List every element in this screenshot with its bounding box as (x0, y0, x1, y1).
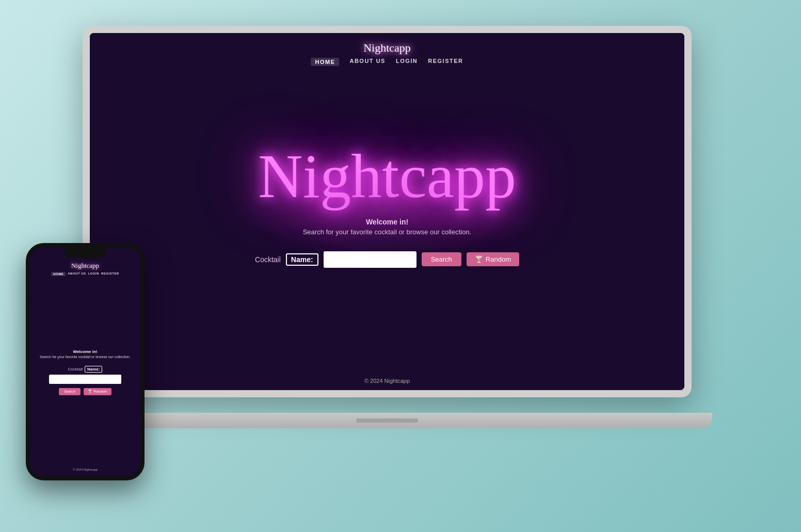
laptop-hero-title: Nightcapp (258, 146, 516, 207)
phone-screen: Nightcapp HOME ABOUT US LOGIN REGISTER W… (30, 247, 140, 476)
phone-footer: © 2024 Nightcapp (73, 468, 98, 476)
phone-search-input[interactable] (49, 375, 121, 384)
laptop-random-label: Random (486, 255, 511, 263)
phone-nav-home[interactable]: HOME (51, 272, 66, 276)
laptop-nav-logo[interactable]: Nightcapp (363, 41, 411, 55)
laptop-body: Nightcapp HOME ABOUT US LOGIN REGISTER N… (83, 26, 692, 397)
phone-search-row: Cocktail Name: Search 🍸 Random (40, 366, 131, 395)
phone-random-icon: 🍸 (88, 390, 92, 393)
laptop-nav: Nightcapp HOME ABOUT US LOGIN REGISTER (90, 33, 684, 66)
random-icon: 🍸 (475, 255, 483, 263)
phone-search-label-row: Cocktail Name: (68, 366, 103, 373)
phone-search-button[interactable]: Search (59, 388, 81, 395)
phone-random-button[interactable]: 🍸 Random (84, 388, 111, 395)
phone-subtitle: Welcome in! (73, 349, 98, 354)
laptop-search-button[interactable]: Search (422, 252, 461, 266)
scene: Nightcapp HOME ABOUT US LOGIN REGISTER N… (0, 0, 801, 532)
laptop-random-button[interactable]: 🍸 Random (467, 252, 519, 266)
laptop-base (62, 413, 712, 428)
laptop-hero: Nightcapp Welcome in! Search for your fa… (255, 66, 519, 378)
laptop-hero-subtitle: Welcome in! (366, 218, 408, 226)
screen-content: Nightcapp HOME ABOUT US LOGIN REGISTER N… (90, 33, 684, 390)
laptop-hero-description: Search for your favorite cocktail or bro… (303, 228, 472, 236)
laptop-footer: © 2024 Nightcapp (364, 378, 410, 390)
laptop: Nightcapp HOME ABOUT US LOGIN REGISTER N… (83, 26, 692, 428)
phone-hero: Welcome in! Search for your favorite coc… (35, 276, 136, 468)
laptop-nav-register[interactable]: REGISTER (428, 58, 463, 66)
laptop-nav-links: HOME ABOUT US LOGIN REGISTER (311, 58, 463, 66)
phone-name-label: Name: (85, 366, 102, 373)
laptop-nav-login[interactable]: LOGIN (396, 58, 418, 66)
laptop-screen: Nightcapp HOME ABOUT US LOGIN REGISTER N… (90, 33, 684, 390)
phone-nav-links: HOME ABOUT US LOGIN REGISTER (51, 272, 119, 276)
phone-nav-about[interactable]: ABOUT US (68, 272, 86, 276)
phone-random-label: Random (93, 390, 107, 393)
laptop-nav-home[interactable]: HOME (311, 58, 339, 66)
phone-description: Search for your favorite cocktail or bro… (40, 355, 131, 359)
laptop-cocktail-label: Cocktail (255, 255, 281, 264)
phone-nav: Nightcapp HOME ABOUT US LOGIN REGISTER (30, 262, 140, 276)
phone-btn-row: Search 🍸 Random (59, 388, 111, 395)
phone-notch (65, 247, 106, 257)
phone: Nightcapp HOME ABOUT US LOGIN REGISTER W… (26, 243, 145, 480)
phone-nav-login[interactable]: LOGIN (88, 272, 100, 276)
phone-cocktail-label: Cocktail (68, 367, 83, 372)
laptop-search-input[interactable] (324, 251, 416, 268)
phone-logo[interactable]: Nightcapp (71, 262, 99, 270)
laptop-nav-about[interactable]: ABOUT US (349, 58, 385, 66)
laptop-name-label: Name: (286, 253, 318, 266)
laptop-search-row: Cocktail Name: Search 🍸 Random (255, 251, 519, 268)
phone-nav-register[interactable]: REGISTER (101, 272, 119, 276)
